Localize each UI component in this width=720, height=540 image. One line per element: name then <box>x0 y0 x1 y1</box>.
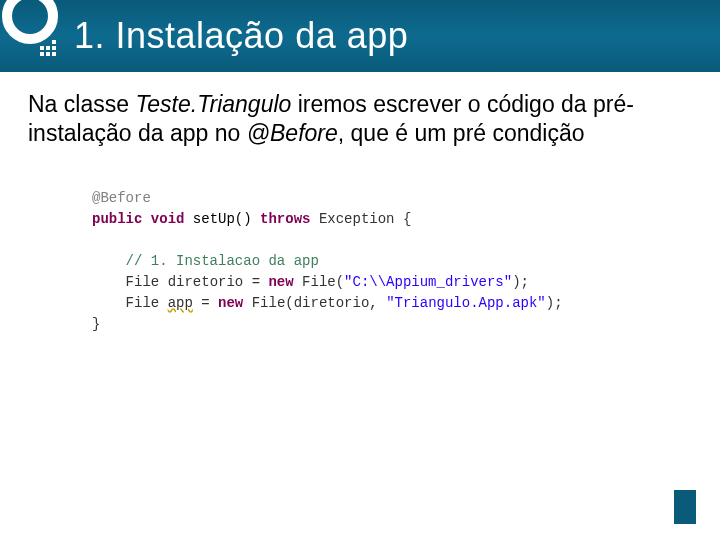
kw-void: void <box>151 211 185 227</box>
l1-open: ( <box>336 274 344 290</box>
l2-eq: = <box>193 295 218 311</box>
l1-eq: = <box>243 274 268 290</box>
kw-public: public <box>92 211 142 227</box>
logo-ring-icon <box>2 0 58 44</box>
slide-header: 1. Instalação da app <box>0 0 720 72</box>
desc-post: , que é um pré condição <box>338 120 585 146</box>
l1-ctor: File <box>302 274 336 290</box>
brace-open: { <box>403 211 411 227</box>
l2-ctor: File <box>252 295 286 311</box>
code-method: setUp() <box>193 211 252 227</box>
description-text: Na classe Teste.Triangulo iremos escreve… <box>28 90 692 148</box>
l2-var: app <box>168 295 193 311</box>
desc-pre: Na classe <box>28 91 135 117</box>
code-annotation: @Before <box>92 190 151 206</box>
logo-dots-icon <box>40 40 56 56</box>
l1-str: "C:\\Appium_drivers" <box>344 274 512 290</box>
code-exception: Exception <box>319 211 395 227</box>
code-comment: // 1. Instalacao da app <box>126 253 319 269</box>
l2-open: ( <box>285 295 293 311</box>
l2-str: "Triangulo.App.apk" <box>386 295 546 311</box>
footer-accent <box>674 490 696 524</box>
l2-type: File <box>126 295 160 311</box>
kw-throws: throws <box>260 211 310 227</box>
l1-type: File <box>126 274 160 290</box>
logo <box>0 0 60 72</box>
code-block: @Before public void setUp() throws Excep… <box>92 188 692 335</box>
l1-close: ); <box>512 274 529 290</box>
l1-new: new <box>268 274 293 290</box>
desc-annotation: @Before <box>247 120 338 146</box>
l2-comma: , <box>369 295 386 311</box>
brace-close: } <box>92 316 100 332</box>
l2-new: new <box>218 295 243 311</box>
l2-close: ); <box>546 295 563 311</box>
slide-title: 1. Instalação da app <box>74 15 408 57</box>
slide-body: Na classe Teste.Triangulo iremos escreve… <box>0 72 720 335</box>
l1-var: diretorio <box>168 274 244 290</box>
l2-arg1: diretorio <box>294 295 370 311</box>
desc-classname: Teste.Triangulo <box>135 91 291 117</box>
